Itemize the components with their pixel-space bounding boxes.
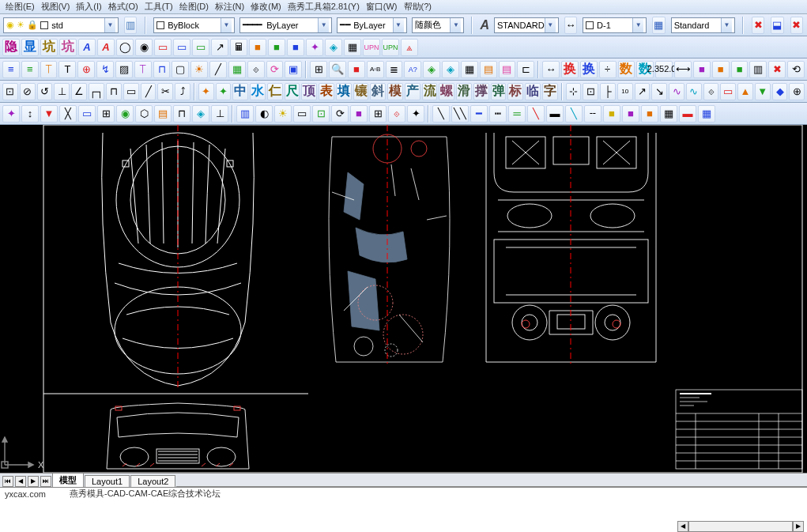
dim2-icon[interactable]: ⟷ [674, 61, 692, 78]
os6-icon[interactable]: ↘ [651, 83, 667, 100]
layer-tool-icon[interactable]: ▥ [124, 17, 137, 34]
upn2-icon[interactable]: UPN [382, 39, 399, 56]
r40-icon[interactable]: ■ [622, 105, 639, 123]
r42-icon[interactable]: ▦ [660, 105, 677, 123]
r35-icon[interactable]: ╲ [527, 105, 545, 123]
cheng-button[interactable]: 撑 [473, 83, 489, 100]
tool-x2-icon[interactable]: ⬓ [771, 17, 783, 34]
tab-next-icon[interactable]: ▶ [28, 476, 39, 487]
b5-icon[interactable]: ◈ [325, 39, 342, 56]
circ1-icon[interactable]: ◯ [116, 39, 134, 56]
m1-icon[interactable]: ✦ [198, 83, 214, 100]
tab-first-icon[interactable]: ⏮ [2, 476, 13, 487]
scr-icon[interactable]: ⟙ [40, 61, 58, 78]
p7-icon[interactable]: ■ [731, 61, 749, 78]
tablestyle-combo[interactable]: Standard▼ [671, 17, 735, 33]
xiang-button[interactable]: 镶 [353, 83, 369, 100]
tab-layout2[interactable]: Layout2 [130, 475, 175, 487]
os13-icon[interactable]: ◆ [772, 83, 788, 100]
s11-icon[interactable]: ⤴ [175, 83, 190, 100]
menu-yanxiu[interactable]: 燕秀工具箱2.81(Y) [285, 1, 362, 13]
luo-button[interactable]: 螺 [439, 83, 454, 100]
biao-button[interactable]: 表 [319, 83, 334, 100]
box-icon[interactable]: ▣ [285, 61, 302, 78]
zhong-button[interactable]: 中 [232, 83, 248, 100]
r22-icon[interactable]: ☀ [274, 105, 292, 123]
hide-button[interactable]: 隐 [2, 39, 20, 56]
r24-icon[interactable]: ⊡ [312, 105, 330, 123]
grid-icon[interactable]: ⊞ [310, 61, 327, 78]
s6-icon[interactable]: ┌┐ [89, 83, 104, 100]
chi-button[interactable]: 尺 [285, 83, 300, 100]
os9-icon[interactable]: ⟐ [703, 83, 719, 100]
s3-icon[interactable]: ↺ [37, 83, 53, 100]
r36-icon[interactable]: ▬ [546, 105, 564, 123]
rf-icon[interactable]: ⟲ [787, 61, 805, 78]
r8-icon[interactable]: ⬡ [135, 105, 153, 123]
os1-icon[interactable]: ⊹ [566, 83, 582, 100]
tian-button[interactable]: 填 [336, 83, 352, 100]
list-icon[interactable]: ≣ [386, 61, 403, 78]
menu-insert[interactable]: 插入(I) [74, 1, 104, 13]
menu-modify[interactable]: 修改(M) [248, 1, 284, 13]
lineweight-combo[interactable]: ━━ ByLayer▼ [337, 17, 406, 33]
bolt-icon[interactable]: ⟐ [247, 61, 265, 78]
r32-icon[interactable]: ━ [470, 105, 488, 123]
s2-icon[interactable]: ⊘ [20, 83, 36, 100]
os11-icon[interactable]: ▲ [737, 83, 753, 100]
r12-icon[interactable]: ⊥ [211, 105, 228, 123]
os4-icon[interactable]: 10 [617, 83, 633, 100]
lin-button[interactable]: 临 [525, 83, 541, 100]
pit2-button[interactable]: 坑 [59, 39, 77, 56]
r34-icon[interactable]: ═ [508, 105, 526, 123]
ab2-icon[interactable]: A▫B [367, 61, 384, 78]
os2-icon[interactable]: ⊡ [583, 83, 598, 100]
r44-icon[interactable]: ▦ [698, 105, 715, 123]
s10-icon[interactable]: ✂ [157, 83, 173, 100]
hscroll-left-icon[interactable]: ◀ [677, 521, 688, 532]
r11-icon[interactable]: ◈ [192, 105, 209, 123]
r3-icon[interactable]: ▼ [40, 105, 58, 123]
textstyle-combo[interactable]: STANDARD▼ [494, 17, 559, 33]
shui-button[interactable]: 水 [250, 83, 266, 100]
s5-icon[interactable]: ∠ [71, 83, 87, 100]
gr-icon[interactable]: ▦ [228, 61, 246, 78]
tk-icon[interactable]: ⟙ [134, 61, 152, 78]
ren-button[interactable]: 仁 [267, 83, 283, 100]
tool-x1-icon[interactable]: ✖ [752, 17, 764, 34]
r28-icon[interactable]: ⟐ [388, 105, 405, 123]
r10-icon[interactable]: ⊓ [173, 105, 190, 123]
r26-icon[interactable]: ■ [350, 105, 368, 123]
color-combo[interactable]: 随颜色▼ [412, 17, 465, 33]
layer-combo[interactable]: ◉ ☀ 🔒 std▼ [3, 17, 119, 33]
s4-icon[interactable]: ⊥ [54, 83, 70, 100]
b2-icon[interactable]: ■ [268, 39, 285, 56]
h-icon[interactable]: ⊓ [153, 61, 171, 78]
os5-icon[interactable]: ↗ [635, 83, 651, 100]
sq-icon[interactable]: ▢ [172, 61, 189, 78]
r38-icon[interactable]: ╌ [584, 105, 601, 123]
br-icon[interactable]: ⊏ [517, 61, 534, 78]
a1-icon[interactable]: A [78, 39, 96, 56]
r9-icon[interactable]: ▤ [154, 105, 172, 123]
linetype-combo[interactable]: ━━━━ ByLayer▼ [239, 17, 332, 33]
p3-icon[interactable]: ▭ [192, 39, 209, 56]
r33-icon[interactable]: ┅ [489, 105, 507, 123]
f2-icon[interactable]: ▤ [499, 61, 516, 78]
tab-model[interactable]: 模型 [52, 473, 84, 487]
cube-icon[interactable]: ◈ [423, 61, 440, 78]
os12-icon[interactable]: ▼ [755, 83, 771, 100]
r20-icon[interactable]: ▥ [236, 105, 254, 123]
tab-layout1[interactable]: Layout1 [85, 475, 130, 487]
r23-icon[interactable]: ▭ [293, 105, 311, 123]
r5-icon[interactable]: ▭ [78, 105, 96, 123]
rb-icon[interactable]: ■ [348, 61, 365, 78]
drawing-canvas[interactable]: X [0, 125, 807, 473]
xie-button[interactable]: 斜 [370, 83, 386, 100]
p6-icon[interactable]: ■ [712, 61, 730, 78]
num-button[interactable]: 数 [618, 61, 635, 78]
mv-icon[interactable]: ↔ [542, 61, 560, 78]
os8-icon[interactable]: ∿ [686, 83, 702, 100]
pr-icon[interactable]: ▥ [749, 61, 767, 78]
eq-icon[interactable]: ≡ [2, 61, 20, 78]
